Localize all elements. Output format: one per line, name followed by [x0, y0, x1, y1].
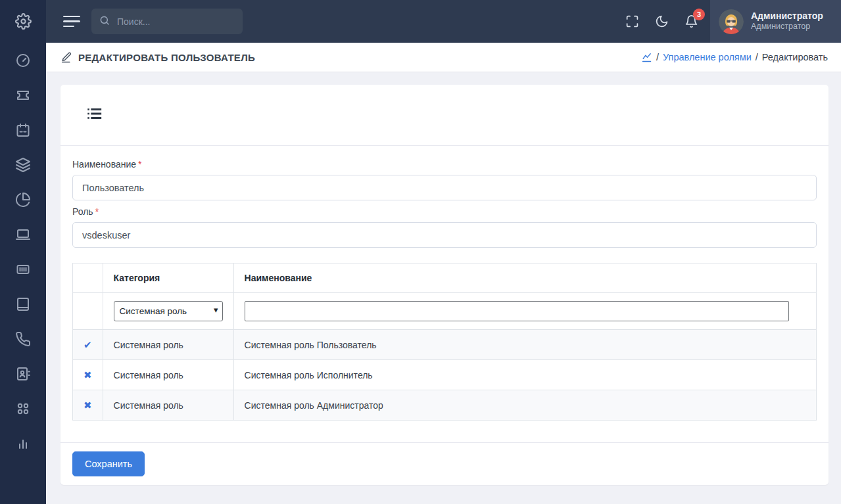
role-field-label: Роль* — [72, 206, 817, 217]
edit-user-card: Наименование* Роль* Категория — [60, 85, 829, 485]
row-category: Системная роль — [103, 330, 233, 360]
category-filter-wrap: Системная роль ▾ — [114, 301, 223, 321]
role-field-group: Роль* — [72, 206, 817, 248]
search-icon — [99, 15, 110, 28]
card-header — [60, 85, 829, 146]
name-label-text: Наименование — [72, 159, 136, 170]
laptop-icon — [15, 227, 31, 242]
page-title: РЕДАКТИРОВАТЬ ПОЛЬЗОВАТЕЛЬ — [60, 51, 255, 63]
breadcrumb-current: Редактировать — [762, 52, 828, 62]
page-content: Наименование* Роль* Категория — [46, 73, 841, 504]
user-menu[interactable]: Администратор Администратор — [710, 0, 841, 43]
name-filter-input[interactable] — [245, 301, 789, 321]
contact-card-icon — [15, 366, 31, 382]
sidebar-item-settings[interactable] — [0, 0, 46, 43]
sidebar-item-statistics[interactable] — [0, 426, 46, 461]
dark-mode-toggle[interactable] — [655, 14, 669, 28]
fullscreen-button[interactable] — [625, 14, 639, 28]
sidebar-item-reports[interactable] — [0, 182, 46, 217]
x-icon[interactable]: ✖ — [84, 400, 92, 411]
gear-icon — [15, 13, 32, 30]
user-name: Администратор — [751, 11, 823, 22]
category-filter-select[interactable]: Системная роль — [114, 301, 223, 321]
user-role: Администратор — [751, 22, 823, 32]
search-box[interactable] — [91, 9, 243, 34]
name-field-label: Наименование* — [72, 159, 817, 170]
table-filter-row: Системная роль ▾ — [73, 293, 817, 330]
sidebar-item-devices[interactable] — [0, 217, 46, 252]
sidebar-item-calls[interactable] — [0, 321, 46, 356]
grid-circles-icon — [15, 401, 31, 417]
breadcrumb-link-roles[interactable]: Управление ролями — [663, 52, 752, 62]
edit-pencil-icon — [60, 51, 72, 63]
page-title-text: РЕДАКТИРОВАТЬ ПОЛЬЗОВАТЕЛЬ — [78, 52, 255, 63]
ticket-icon — [15, 87, 31, 103]
breadcrumb-separator: / — [656, 52, 659, 62]
save-button[interactable]: Сохранить — [72, 451, 145, 476]
header-toggle-column — [73, 263, 103, 293]
name-field-group: Наименование* — [72, 159, 817, 200]
row-category: Системная роль — [103, 390, 233, 421]
table-header-row: Категория Наименование — [73, 263, 817, 293]
row-name: Системная роль Исполнитель — [233, 360, 816, 390]
row-category: Системная роль — [103, 360, 233, 390]
phone-icon — [15, 331, 31, 347]
x-icon[interactable]: ✖ — [84, 369, 92, 380]
barcode-icon — [15, 262, 31, 277]
sidebar-item-dashboard[interactable] — [0, 43, 46, 78]
list-icon — [85, 105, 103, 125]
book-icon — [15, 296, 31, 312]
row-name: Системная роль Администратор — [233, 390, 816, 421]
table-row: ✖ Системная роль Системная роль Админист… — [73, 390, 817, 421]
check-icon[interactable]: ✔ — [84, 339, 92, 350]
breadcrumb: / Управление ролями / Редактировать — [641, 52, 828, 63]
role-input[interactable] — [72, 222, 817, 248]
sidebar-toggle-button[interactable] — [63, 12, 80, 31]
app-window: 3 Администратор Администратор РЕДАКТИРОВ… — [0, 0, 841, 504]
sidebar-item-calendar[interactable] — [0, 112, 46, 147]
required-asterisk: * — [138, 159, 141, 170]
header-category: Категория — [103, 263, 233, 293]
name-input[interactable] — [72, 175, 817, 200]
maximize-icon — [625, 14, 639, 28]
sidebar-item-knowledge-base[interactable] — [0, 286, 46, 321]
notification-badge: 3 — [693, 9, 705, 20]
top-navbar: 3 Администратор Администратор — [46, 0, 841, 43]
sidebar-item-barcode[interactable] — [0, 252, 46, 286]
sidebar-item-tickets[interactable] — [0, 78, 46, 112]
home-chart-icon[interactable] — [641, 52, 652, 63]
sidebar-item-contacts[interactable] — [0, 356, 46, 391]
table-row: ✖ Системная роль Системная роль Исполнит… — [73, 360, 817, 390]
layers-icon — [15, 157, 31, 173]
breadcrumb-separator: / — [756, 52, 758, 62]
card-body: Наименование* Роль* Категория — [60, 146, 829, 442]
bar-chart-icon — [15, 436, 31, 451]
card-footer: Сохранить — [60, 442, 829, 485]
calendar-icon — [15, 122, 31, 138]
roles-table: Категория Наименование Системная роль — [72, 263, 817, 421]
row-name: Системная роль Пользователь — [233, 330, 816, 360]
role-label-text: Роль — [72, 206, 93, 217]
avatar — [719, 9, 744, 34]
gauge-icon — [15, 53, 31, 68]
sidebar — [0, 0, 46, 504]
header-name: Наименование — [233, 263, 816, 293]
title-bar: РЕДАКТИРОВАТЬ ПОЛЬЗОВАТЕЛЬ / Управление … — [46, 43, 841, 72]
pie-chart-icon — [15, 192, 31, 208]
sidebar-item-layers[interactable] — [0, 147, 46, 182]
moon-icon — [655, 14, 669, 28]
notifications-button[interactable]: 3 — [685, 14, 698, 28]
search-input[interactable] — [116, 16, 221, 28]
table-row: ✔ Системная роль Системная роль Пользова… — [73, 330, 817, 360]
required-asterisk: * — [95, 206, 99, 217]
sidebar-item-apps[interactable] — [0, 391, 46, 426]
